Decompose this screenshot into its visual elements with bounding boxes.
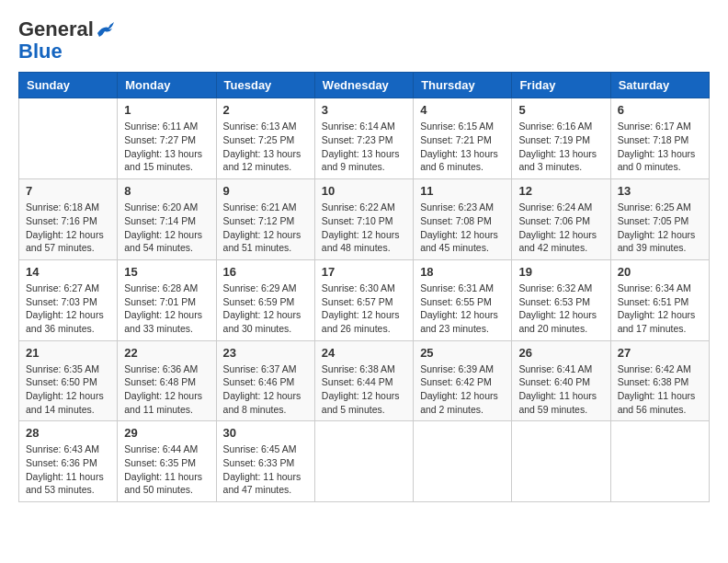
day-number: 18 [420,265,505,279]
calendar-cell: 18Sunrise: 6:31 AM Sunset: 6:55 PM Dayli… [414,259,512,340]
day-number: 21 [26,346,110,360]
calendar-cell: 28Sunrise: 6:43 AM Sunset: 6:36 PM Dayli… [19,421,118,502]
day-info: Sunrise: 6:43 AM Sunset: 6:36 PM Dayligh… [26,442,110,497]
day-number: 28 [26,426,110,440]
calendar-cell: 6Sunrise: 6:17 AM Sunset: 7:18 PM Daylig… [610,98,709,179]
day-number: 17 [322,265,406,279]
day-info: Sunrise: 6:37 AM Sunset: 6:46 PM Dayligh… [223,362,308,417]
day-number: 15 [124,265,209,279]
column-header-friday: Friday [512,73,610,98]
day-info: Sunrise: 6:25 AM Sunset: 7:05 PM Dayligh… [618,201,702,255]
day-info: Sunrise: 6:11 AM Sunset: 7:27 PM Dayligh… [124,120,209,174]
day-info: Sunrise: 6:42 AM Sunset: 6:38 PM Dayligh… [618,362,702,417]
day-number: 16 [223,265,308,279]
calendar-cell: 8Sunrise: 6:20 AM Sunset: 7:14 PM Daylig… [118,179,216,260]
calendar-cell: 4Sunrise: 6:15 AM Sunset: 7:21 PM Daylig… [414,98,512,179]
calendar-cell: 21Sunrise: 6:35 AM Sunset: 6:50 PM Dayli… [19,340,118,421]
calendar-cell: 24Sunrise: 6:38 AM Sunset: 6:44 PM Dayli… [314,340,413,421]
calendar-cell: 20Sunrise: 6:34 AM Sunset: 6:51 PM Dayli… [610,259,709,340]
column-header-sunday: Sunday [19,73,118,98]
logo-bird-icon [96,20,116,39]
day-info: Sunrise: 6:16 AM Sunset: 7:19 PM Dayligh… [518,120,603,174]
day-info: Sunrise: 6:32 AM Sunset: 6:53 PM Dayligh… [518,282,603,336]
day-info: Sunrise: 6:39 AM Sunset: 6:42 PM Dayligh… [420,362,505,417]
day-number: 5 [518,103,603,117]
calendar-cell [414,421,512,502]
calendar-cell: 2Sunrise: 6:13 AM Sunset: 7:25 PM Daylig… [216,98,314,179]
day-number: 8 [124,184,209,198]
day-info: Sunrise: 6:35 AM Sunset: 6:50 PM Dayligh… [26,362,110,417]
calendar-cell: 3Sunrise: 6:14 AM Sunset: 7:23 PM Daylig… [314,98,413,179]
day-info: Sunrise: 6:15 AM Sunset: 7:21 PM Dayligh… [420,120,505,174]
column-header-thursday: Thursday [414,73,512,98]
calendar-cell: 13Sunrise: 6:25 AM Sunset: 7:05 PM Dayli… [610,179,709,260]
calendar: SundayMondayTuesdayWednesdayThursdayFrid… [18,72,710,502]
calendar-cell: 17Sunrise: 6:30 AM Sunset: 6:57 PM Dayli… [314,259,413,340]
day-number: 9 [223,184,308,198]
day-info: Sunrise: 6:28 AM Sunset: 7:01 PM Dayligh… [124,282,209,336]
day-info: Sunrise: 6:17 AM Sunset: 7:18 PM Dayligh… [618,120,702,174]
calendar-cell: 15Sunrise: 6:28 AM Sunset: 7:01 PM Dayli… [118,259,216,340]
day-number: 4 [420,103,505,117]
day-number: 7 [26,184,110,198]
day-info: Sunrise: 6:44 AM Sunset: 6:35 PM Dayligh… [124,442,209,497]
calendar-cell: 12Sunrise: 6:24 AM Sunset: 7:06 PM Dayli… [512,179,610,260]
day-number: 24 [322,346,406,360]
calendar-cell: 29Sunrise: 6:44 AM Sunset: 6:35 PM Dayli… [118,421,216,502]
calendar-cell: 7Sunrise: 6:18 AM Sunset: 7:16 PM Daylig… [19,179,118,260]
calendar-cell: 27Sunrise: 6:42 AM Sunset: 6:38 PM Dayli… [610,340,709,421]
day-number: 22 [124,346,209,360]
calendar-cell: 23Sunrise: 6:37 AM Sunset: 6:46 PM Dayli… [216,340,314,421]
calendar-cell: 22Sunrise: 6:36 AM Sunset: 6:48 PM Dayli… [118,340,216,421]
logo-blue-text: Blue [18,40,63,63]
day-number: 23 [223,346,308,360]
calendar-cell [19,98,118,179]
day-number: 2 [223,103,308,117]
logo: General Blue [18,18,116,63]
day-number: 6 [618,103,702,117]
day-number: 13 [618,184,702,198]
day-number: 3 [322,103,406,117]
day-info: Sunrise: 6:21 AM Sunset: 7:12 PM Dayligh… [223,201,308,255]
calendar-cell: 30Sunrise: 6:45 AM Sunset: 6:33 PM Dayli… [216,421,314,502]
calendar-cell [512,421,610,502]
day-number: 26 [518,346,603,360]
day-info: Sunrise: 6:41 AM Sunset: 6:40 PM Dayligh… [518,362,603,417]
day-number: 19 [518,265,603,279]
day-number: 11 [420,184,505,198]
calendar-header: SundayMondayTuesdayWednesdayThursdayFrid… [19,73,710,98]
day-info: Sunrise: 6:13 AM Sunset: 7:25 PM Dayligh… [223,120,308,174]
calendar-cell: 1Sunrise: 6:11 AM Sunset: 7:27 PM Daylig… [118,98,216,179]
calendar-cell: 19Sunrise: 6:32 AM Sunset: 6:53 PM Dayli… [512,259,610,340]
day-number: 27 [618,346,702,360]
calendar-cell: 14Sunrise: 6:27 AM Sunset: 7:03 PM Dayli… [19,259,118,340]
day-info: Sunrise: 6:24 AM Sunset: 7:06 PM Dayligh… [518,201,603,255]
day-number: 20 [618,265,702,279]
calendar-cell [610,421,709,502]
calendar-cell: 10Sunrise: 6:22 AM Sunset: 7:10 PM Dayli… [314,179,413,260]
day-number: 29 [124,426,209,440]
column-header-monday: Monday [118,73,216,98]
calendar-cell: 26Sunrise: 6:41 AM Sunset: 6:40 PM Dayli… [512,340,610,421]
day-number: 12 [518,184,603,198]
day-info: Sunrise: 6:38 AM Sunset: 6:44 PM Dayligh… [322,362,406,417]
day-info: Sunrise: 6:18 AM Sunset: 7:16 PM Dayligh… [26,201,110,255]
calendar-cell: 11Sunrise: 6:23 AM Sunset: 7:08 PM Dayli… [414,179,512,260]
day-info: Sunrise: 6:31 AM Sunset: 6:55 PM Dayligh… [420,282,505,336]
day-info: Sunrise: 6:22 AM Sunset: 7:10 PM Dayligh… [322,201,406,255]
calendar-cell: 16Sunrise: 6:29 AM Sunset: 6:59 PM Dayli… [216,259,314,340]
column-header-saturday: Saturday [610,73,709,98]
column-header-wednesday: Wednesday [314,73,413,98]
day-info: Sunrise: 6:14 AM Sunset: 7:23 PM Dayligh… [322,120,406,174]
day-info: Sunrise: 6:36 AM Sunset: 6:48 PM Dayligh… [124,362,209,417]
day-info: Sunrise: 6:34 AM Sunset: 6:51 PM Dayligh… [618,282,702,336]
calendar-cell: 9Sunrise: 6:21 AM Sunset: 7:12 PM Daylig… [216,179,314,260]
day-info: Sunrise: 6:30 AM Sunset: 6:57 PM Dayligh… [322,282,406,336]
calendar-cell [314,421,413,502]
calendar-cell: 5Sunrise: 6:16 AM Sunset: 7:19 PM Daylig… [512,98,610,179]
day-number: 1 [124,103,209,117]
calendar-cell: 25Sunrise: 6:39 AM Sunset: 6:42 PM Dayli… [414,340,512,421]
day-number: 25 [420,346,505,360]
day-info: Sunrise: 6:20 AM Sunset: 7:14 PM Dayligh… [124,201,209,255]
logo-general-text: General [18,18,94,40]
